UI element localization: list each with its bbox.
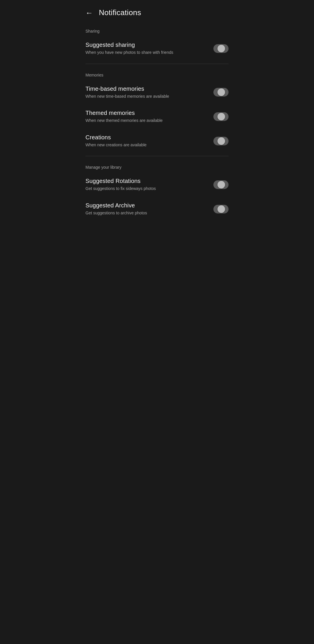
setting-desc-time-based: When new time-based memories are availab… xyxy=(85,94,209,99)
setting-title-creations: Creations xyxy=(85,134,209,141)
setting-suggested-rotations: Suggested Rotations Get suggestions to f… xyxy=(78,172,236,197)
back-button[interactable]: ← xyxy=(85,9,93,17)
setting-desc-rotations: Get suggestions to fix sideways photos xyxy=(85,186,209,192)
setting-desc-archive: Get suggestions to archive photos xyxy=(85,210,209,216)
section-sharing: Sharing Suggested sharing When you have … xyxy=(78,23,236,61)
setting-title-rotations: Suggested Rotations xyxy=(85,178,209,184)
toggle-thumb xyxy=(217,88,225,96)
toggle-suggested-rotations[interactable] xyxy=(213,180,229,189)
toggle-thumb xyxy=(217,137,225,145)
setting-title-suggested-sharing: Suggested sharing xyxy=(85,42,209,48)
toggle-thumb xyxy=(217,181,225,188)
setting-title-archive: Suggested Archive xyxy=(85,202,209,209)
setting-time-based-memories: Time-based memories When new time-based … xyxy=(78,80,236,105)
setting-desc-suggested-sharing: When you have new photos to share with f… xyxy=(85,50,209,56)
section-label-memories: Memories xyxy=(78,67,236,80)
divider-sharing-memories xyxy=(85,64,229,64)
setting-themed-memories: Themed memories When new themed memories… xyxy=(78,104,236,129)
toggle-suggested-sharing[interactable] xyxy=(213,44,229,53)
section-label-sharing: Sharing xyxy=(78,23,236,36)
setting-suggested-archive: Suggested Archive Get suggestions to arc… xyxy=(78,197,236,221)
setting-creations: Creations When new creations are availab… xyxy=(78,129,236,153)
section-label-library: Manage your library xyxy=(78,159,236,172)
section-manage-library: Manage your library Suggested Rotations … xyxy=(78,159,236,221)
setting-desc-themed: When new themed memories are available xyxy=(85,118,209,124)
setting-suggested-sharing: Suggested sharing When you have new phot… xyxy=(78,36,236,61)
divider-memories-library xyxy=(85,156,229,156)
toggle-suggested-archive[interactable] xyxy=(213,205,229,214)
toggle-creations[interactable] xyxy=(213,137,229,145)
toggle-themed-memories[interactable] xyxy=(213,112,229,121)
header: ← Notifications xyxy=(78,0,236,23)
section-memories: Memories Time-based memories When new ti… xyxy=(78,67,236,153)
toggle-thumb xyxy=(217,113,225,120)
setting-title-themed: Themed memories xyxy=(85,110,209,116)
toggle-thumb xyxy=(217,205,225,213)
toggle-time-based-memories[interactable] xyxy=(213,88,229,97)
toggle-thumb xyxy=(217,45,225,52)
page-title: Notifications xyxy=(99,8,141,17)
setting-title-time-based: Time-based memories xyxy=(85,86,209,92)
setting-desc-creations: When new creations are available xyxy=(85,142,209,148)
